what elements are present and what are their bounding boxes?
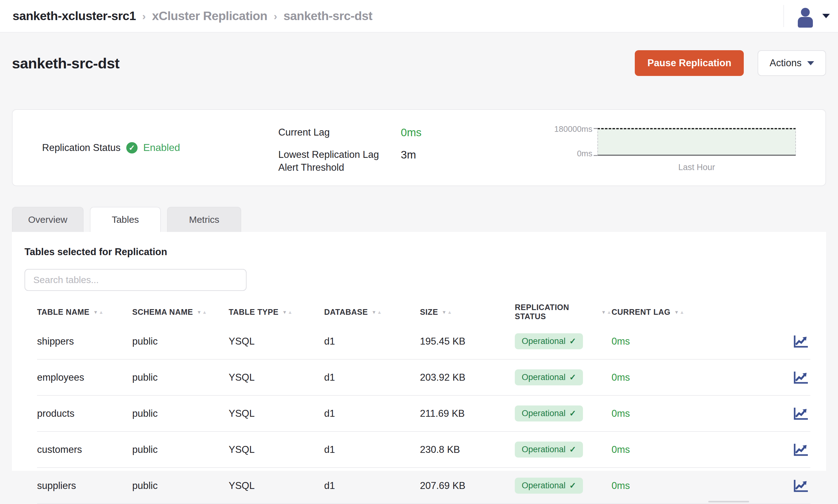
cell-current-lag: 0ms xyxy=(612,444,779,455)
current-lag-value: 0ms xyxy=(401,126,421,139)
cell-database: d1 xyxy=(324,336,420,347)
cell-table-name: products xyxy=(37,408,132,419)
table-row[interactable]: products public YSQL d1 211.69 KB Operat… xyxy=(37,396,810,432)
tab-tables[interactable]: Tables xyxy=(90,207,161,232)
cell-schema-name: public xyxy=(132,336,229,347)
column-header-database[interactable]: DATABASE ▼▲ xyxy=(324,308,420,317)
table-row[interactable]: employees public YSQL d1 203.92 KB Opera… xyxy=(37,360,810,396)
cell-table-name: suppliers xyxy=(37,480,132,491)
replication-status-value: Enabled xyxy=(143,142,180,154)
search-tables-input[interactable] xyxy=(24,269,247,291)
actions-button-label: Actions xyxy=(770,57,802,69)
top-navigation-bar: sanketh-xcluster-src1 › xCluster Replica… xyxy=(0,0,838,33)
column-header-size[interactable]: SIZE ▼▲ xyxy=(420,308,515,317)
cell-current-lag: 0ms xyxy=(612,480,779,491)
table-row[interactable]: shippers public YSQL d1 195.45 KB Operat… xyxy=(37,324,810,360)
cell-schema-name: public xyxy=(132,444,229,455)
sort-icons[interactable]: ▼▲ xyxy=(371,310,382,314)
column-header-replication-status[interactable]: REPLICATION STATUS ▼▲ xyxy=(515,303,612,321)
replication-status-card: Replication Status ✓ Enabled Current Lag… xyxy=(12,109,826,186)
line-chart-icon xyxy=(793,443,809,457)
column-header-table-type[interactable]: TABLE TYPE ▼▲ xyxy=(229,308,324,317)
status-badge: Operational✓ xyxy=(515,333,583,349)
breadcrumb-current: sanketh-src-dst xyxy=(283,9,372,23)
cell-size: 230.8 KB xyxy=(420,444,515,455)
chart-tick xyxy=(594,155,597,156)
status-badge: Operational✓ xyxy=(515,406,583,421)
row-lag-chart-button[interactable] xyxy=(791,441,810,458)
chart-x-label: Last Hour xyxy=(597,163,796,172)
cell-table-name: shippers xyxy=(37,336,132,347)
line-chart-icon xyxy=(793,334,809,349)
table-row[interactable]: suppliers public YSQL d1 207.69 KB Opera… xyxy=(37,468,810,504)
table-header-row: TABLE NAME ▼▲ SCHEMA NAME ▼▲ TABLE TYPE … xyxy=(37,300,810,324)
cell-current-lag: 0ms xyxy=(612,408,779,419)
row-lag-chart-button[interactable] xyxy=(791,477,810,494)
actions-dropdown-button[interactable]: Actions xyxy=(757,50,826,76)
horizontal-scrollbar-thumb[interactable] xyxy=(708,501,749,502)
replication-status-label: Replication Status xyxy=(42,142,121,154)
lag-alert-threshold-value: 3m xyxy=(401,148,416,174)
lag-sparkline-chart: 180000ms 0ms Last Hour xyxy=(526,124,799,172)
cell-table-name: employees xyxy=(37,372,132,383)
status-badge: Operational✓ xyxy=(515,478,583,494)
sort-icons[interactable]: ▼▲ xyxy=(674,310,684,314)
cell-size: 203.92 KB xyxy=(420,372,515,383)
cell-table-type: YSQL xyxy=(229,336,324,347)
cell-size: 195.45 KB xyxy=(420,336,515,347)
line-chart-icon xyxy=(793,479,809,493)
check-icon: ✓ xyxy=(570,337,576,346)
cell-table-name: customers xyxy=(37,444,132,455)
sort-icons[interactable]: ▼▲ xyxy=(442,310,452,314)
chevron-down-icon xyxy=(822,14,830,18)
check-icon: ✓ xyxy=(570,373,576,382)
chart-y-max-label: 180000ms xyxy=(529,124,592,134)
row-lag-chart-button[interactable] xyxy=(791,333,810,350)
check-icon: ✓ xyxy=(570,481,576,490)
cell-database: d1 xyxy=(324,408,420,419)
cell-database: d1 xyxy=(324,444,420,455)
tab-overview[interactable]: Overview xyxy=(12,207,84,232)
cell-size: 211.69 KB xyxy=(420,408,515,419)
table-row[interactable]: customers public YSQL d1 230.8 KB Operat… xyxy=(37,432,810,468)
pause-replication-button[interactable]: Pause Replication xyxy=(635,50,744,76)
cell-schema-name: public xyxy=(132,480,229,491)
line-chart-icon xyxy=(793,370,809,385)
chart-tick xyxy=(594,128,597,129)
tables-panel: Tables selected for Replication TABLE NA… xyxy=(12,232,826,471)
status-badge: Operational✓ xyxy=(515,442,583,457)
cell-database: d1 xyxy=(324,480,420,491)
check-circle-icon: ✓ xyxy=(126,142,138,154)
row-lag-chart-button[interactable] xyxy=(791,369,810,386)
cell-current-lag: 0ms xyxy=(612,336,779,347)
sort-icons[interactable]: ▼▲ xyxy=(601,310,612,314)
cell-size: 207.69 KB xyxy=(420,480,515,491)
cell-current-lag: 0ms xyxy=(612,372,779,383)
chevron-right-icon: › xyxy=(274,10,277,22)
lag-chart-area xyxy=(597,128,796,156)
cell-table-type: YSQL xyxy=(229,480,324,491)
sort-icons[interactable]: ▼▲ xyxy=(93,310,104,314)
column-header-current-lag[interactable]: CURRENT LAG ▼▲ xyxy=(612,308,779,317)
cell-table-type: YSQL xyxy=(229,444,324,455)
replication-tables-table: TABLE NAME ▼▲ SCHEMA NAME ▼▲ TABLE TYPE … xyxy=(37,300,810,504)
page-title: sanketh-src-dst xyxy=(12,55,120,72)
tab-metrics[interactable]: Metrics xyxy=(167,207,241,232)
sort-icons[interactable]: ▼▲ xyxy=(282,310,293,314)
user-menu[interactable] xyxy=(783,5,830,27)
column-header-table-name[interactable]: TABLE NAME ▼▲ xyxy=(37,308,132,317)
breadcrumb: sanketh-xcluster-src1 › xCluster Replica… xyxy=(13,9,372,23)
check-icon: ✓ xyxy=(570,409,576,418)
sort-icons[interactable]: ▼▲ xyxy=(197,310,207,314)
detail-tabs: Overview Tables Metrics xyxy=(12,207,826,232)
breadcrumb-cluster[interactable]: sanketh-xcluster-src1 xyxy=(13,9,136,23)
user-avatar-icon xyxy=(797,7,814,25)
row-lag-chart-button[interactable] xyxy=(791,405,810,422)
cell-schema-name: public xyxy=(132,372,229,383)
breadcrumb-section[interactable]: xCluster Replication xyxy=(152,9,267,23)
status-badge: Operational✓ xyxy=(515,370,583,385)
lag-alert-threshold-label: Lowest Replication Lag Alert Threshold xyxy=(278,148,401,174)
cell-table-type: YSQL xyxy=(229,408,324,419)
chart-y-min-label: 0ms xyxy=(529,149,592,159)
column-header-schema-name[interactable]: SCHEMA NAME ▼▲ xyxy=(132,308,229,317)
